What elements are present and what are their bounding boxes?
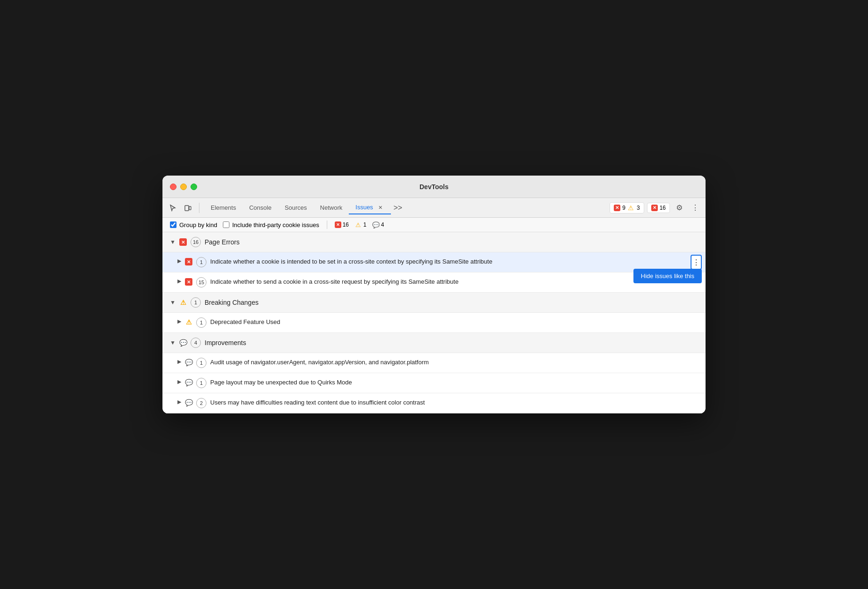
issue-error-icon: ✕ xyxy=(651,205,658,211)
cursor-tool-button[interactable] xyxy=(166,201,179,214)
breaking-changes-header[interactable]: ▼ ⚠ 1 Breaking Changes xyxy=(162,293,706,313)
improvements-header[interactable]: ▼ 💬 4 Improvements xyxy=(162,333,706,353)
page-errors-header[interactable]: ▼ ✕ 16 Page Errors xyxy=(162,232,706,252)
issue-info-icon-2: 💬 xyxy=(185,379,192,386)
window-title: DevTools xyxy=(419,183,449,191)
issue-warning-icon: ⚠ xyxy=(185,318,192,326)
improvements-title: Improvements xyxy=(205,339,246,346)
issue-text-contrast: Users may have difficulties reading text… xyxy=(210,398,698,407)
issues-error-count: ✕ 16 xyxy=(335,221,349,228)
toolbar-divider xyxy=(199,203,199,213)
toolbar: Elements Console Sources Network Issues … xyxy=(162,198,706,218)
page-errors-count: 16 xyxy=(191,237,201,247)
issue-row-navigator[interactable]: ▶ 💬 1 Audit usage of navigator.userAgent… xyxy=(162,353,706,373)
issue-chevron-6: ▶ xyxy=(177,399,181,405)
issues-warning-icon: ⚠ xyxy=(354,221,362,228)
close-button[interactable] xyxy=(170,184,177,190)
error-icon: ✕ xyxy=(614,205,620,211)
issues-error-icon: ✕ xyxy=(335,221,341,228)
page-errors-section: ▼ ✕ 16 Page Errors ▶ ✕ 1 Indicate whethe… xyxy=(162,232,706,293)
page-errors-title: Page Errors xyxy=(205,238,240,246)
issues-toolbar: Group by kind Include third-party cookie… xyxy=(162,218,706,232)
toolbar-divider-2 xyxy=(327,221,327,229)
issues-info-icon: 💬 xyxy=(372,221,380,228)
issue-chevron-3: ▶ xyxy=(177,318,181,324)
issue-row-contrast[interactable]: ▶ 💬 2 Users may have difficulties readin… xyxy=(162,393,706,413)
third-party-checkbox[interactable] xyxy=(223,221,229,228)
issue-chevron-2: ▶ xyxy=(177,278,181,284)
toolbar-right: ✕ 9 ⚠ 3 ✕ 16 ⚙ ⋮ xyxy=(610,201,702,214)
issue-text-quirks: Page layout may be unexpected due to Qui… xyxy=(210,378,698,387)
improvements-chevron: ▼ xyxy=(170,339,176,346)
more-tabs-button[interactable]: >> xyxy=(391,202,405,214)
settings-button[interactable]: ⚙ xyxy=(673,201,686,214)
issue-chevron-5: ▶ xyxy=(177,379,181,385)
hide-issues-dropdown[interactable]: Hide issues like this xyxy=(633,269,702,283)
group-by-kind-group: Group by kind xyxy=(170,221,217,228)
traffic-lights xyxy=(170,184,197,190)
improvements-icon: 💬 xyxy=(179,339,187,346)
breaking-changes-count: 1 xyxy=(191,297,201,308)
title-bar: DevTools xyxy=(162,176,706,198)
issue-row-cookie-set[interactable]: ▶ ✕ 1 Indicate whether a cookie is inten… xyxy=(162,252,706,272)
issue-count-15: 15 xyxy=(196,277,206,287)
issue-count-contrast: 2 xyxy=(196,398,206,408)
svg-rect-0 xyxy=(185,206,189,211)
devtools-window: DevTools Elements Console Sources Networ… xyxy=(162,176,706,413)
tab-sources[interactable]: Sources xyxy=(278,201,314,214)
three-dot-button[interactable]: ⋮ xyxy=(691,255,702,270)
warning-count: 3 xyxy=(637,205,640,211)
issue-text-deprecated: Deprecated Feature Used xyxy=(210,317,698,327)
device-mode-button[interactable] xyxy=(181,201,194,214)
issues-content: ▼ ✕ 16 Page Errors ▶ ✕ 1 Indicate whethe… xyxy=(162,232,706,413)
improvements-count: 4 xyxy=(191,338,201,348)
issue-row-deprecated[interactable]: ▶ ⚠ 1 Deprecated Feature Used xyxy=(162,313,706,333)
more-menu-button[interactable]: ⋮ xyxy=(689,201,702,214)
breaking-changes-chevron: ▼ xyxy=(170,299,176,306)
issue-info-icon-3: 💬 xyxy=(185,399,192,406)
issue-row-quirks[interactable]: ▶ 💬 1 Page layout may be unexpected due … xyxy=(162,373,706,393)
maximize-button[interactable] xyxy=(191,184,197,190)
tab-list: Elements Console Sources Network Issues … xyxy=(204,201,608,214)
issue-text-cookie-set: Indicate whether a cookie is intended to… xyxy=(210,257,698,266)
issue-error-icon-2: ✕ xyxy=(185,278,192,286)
minimize-button[interactable] xyxy=(180,184,187,190)
issue-count-nav: 1 xyxy=(196,358,206,368)
breaking-changes-section: ▼ ⚠ 1 Breaking Changes ▶ ⚠ 1 Deprecated … xyxy=(162,293,706,333)
group-by-kind-label[interactable]: Group by kind xyxy=(179,221,217,228)
third-party-group: Include third-party cookie issues xyxy=(223,221,319,228)
svg-rect-1 xyxy=(189,206,191,210)
tab-issues[interactable]: Issues ✕ xyxy=(349,201,390,214)
issue-chevron-4: ▶ xyxy=(177,359,181,365)
improvements-section: ▼ 💬 4 Improvements ▶ 💬 1 Audit usage of … xyxy=(162,333,706,413)
issues-info-count: 💬 4 xyxy=(372,221,384,228)
third-party-label[interactable]: Include third-party cookie issues xyxy=(232,221,319,228)
tab-network[interactable]: Network xyxy=(314,201,349,214)
page-errors-chevron: ▼ xyxy=(170,239,176,245)
warning-icon: ⚠ xyxy=(627,204,635,212)
issue-chevron: ▶ xyxy=(177,258,181,264)
page-errors-icon: ✕ xyxy=(179,238,187,246)
issue-error-icon: ✕ xyxy=(185,258,192,265)
breaking-changes-icon: ⚠ xyxy=(179,299,187,306)
breaking-changes-title: Breaking Changes xyxy=(205,299,258,306)
group-by-kind-checkbox[interactable] xyxy=(170,221,177,228)
issue-count-badge[interactable]: ✕ 16 xyxy=(647,203,670,213)
issue-row-cookie-send[interactable]: ▶ ✕ 15 Indicate whether to send a cookie… xyxy=(162,272,706,293)
issues-warning-count: ⚠ 1 xyxy=(354,221,367,228)
tab-console[interactable]: Console xyxy=(243,201,278,214)
issue-count: 16 xyxy=(660,205,666,211)
issue-text-navigator: Audit usage of navigator.userAgent, navi… xyxy=(210,358,698,367)
issue-count-quirks: 1 xyxy=(196,378,206,388)
issue-count-dep: 1 xyxy=(196,317,206,328)
tab-elements[interactable]: Elements xyxy=(204,201,243,214)
error-warning-badge[interactable]: ✕ 9 ⚠ 3 xyxy=(610,202,644,214)
issue-text-cookie-send: Indicate whether to send a cookie in a c… xyxy=(210,277,698,287)
issue-count-1: 1 xyxy=(196,257,206,267)
error-count: 9 xyxy=(622,205,625,211)
tab-issues-close[interactable]: ✕ xyxy=(377,204,384,212)
issue-info-icon-1: 💬 xyxy=(185,359,192,366)
